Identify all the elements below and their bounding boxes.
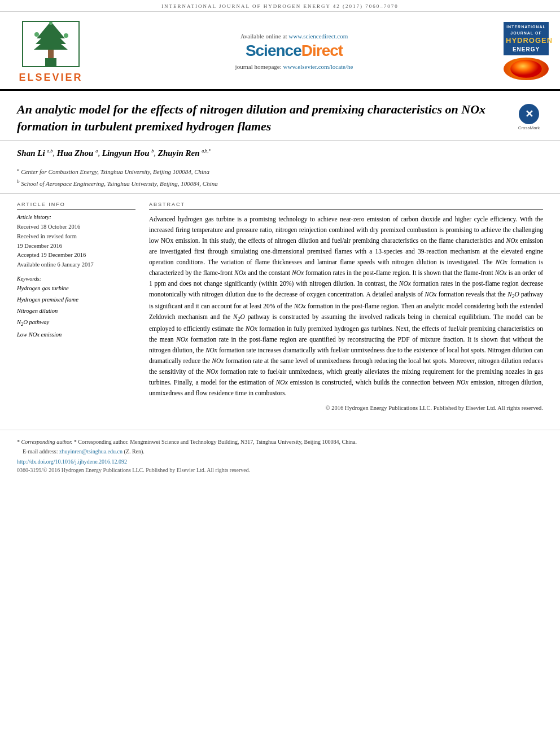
keyword-5: Low NOx emission — [17, 329, 135, 340]
journal-homepage-line: journal homepage: www.elsevier.com/locat… — [102, 63, 487, 70]
keyword-1: Hydrogen gas turbine — [17, 283, 135, 294]
abstract-label: Abstract — [149, 202, 543, 209]
article-title-section: An analytic model for the effects of nit… — [0, 91, 560, 141]
affiliations-section: a Center for Combustion Energy, Tsinghua… — [0, 163, 560, 194]
corresponding-label: Corresponding author. — [21, 439, 73, 445]
available-online-date: Available online 6 January 2017 — [17, 260, 135, 270]
crossmark-icon: ✕ — [519, 104, 539, 124]
authors-section: Shan Li a,b, Hua Zhou a, Lingyun Hou b, … — [0, 141, 560, 163]
accepted-date: Accepted 19 December 2016 — [17, 251, 135, 260]
abstract-paragraph: Advanced hydrogen gas turbine is a promi… — [149, 214, 543, 399]
article-title: An analytic model for the effects of nit… — [17, 101, 515, 134]
author-lingyun-hou: Lingyun Hou — [102, 148, 150, 158]
corresponding-star: * — [17, 439, 21, 445]
elsevier-logo: ELSEVIER — [11, 19, 90, 84]
available-online-text: Available online at www.sciencedirect.co… — [102, 33, 487, 40]
keyword-3: Nitrogen dilution — [17, 305, 135, 317]
elsevier-tree-icon — [20, 19, 82, 69]
journal-citation: International Journal of Hydrogen Energy… — [161, 3, 399, 9]
author-zhuyin-ren: Zhuyin Ren — [158, 148, 200, 158]
keywords-list: Hydrogen gas turbine Hydrogen premixed f… — [17, 283, 135, 340]
affiliation-a: a Center for Combustion Energy, Tsinghua… — [17, 165, 543, 177]
elsevier-brand-text: ELSEVIER — [19, 72, 82, 84]
abstract-column: Abstract Advanced hydrogen gas turbine i… — [149, 202, 543, 413]
affiliation-b: b School of Aerospace Engineering, Tsing… — [17, 177, 543, 189]
svg-point-5 — [34, 32, 39, 37]
center-header: Available online at www.sciencedirect.co… — [90, 33, 498, 70]
sd-url-link[interactable]: www.sciencedirect.com — [288, 33, 348, 40]
journal-header-bar: International Journal of Hydrogen Energy… — [0, 0, 560, 12]
article-history-group: Article history: Received 18 October 201… — [17, 214, 135, 270]
copyright-line: © 2016 Hydrogen Energy Publications LLC.… — [149, 403, 543, 413]
email-suffix: (Z. Ren). — [124, 448, 144, 455]
svg-point-6 — [64, 33, 68, 38]
email-link[interactable]: zhuyinren@tsinghua.edu.cn — [59, 448, 123, 455]
email-line: E-mail address: zhuyinren@tsinghua.edu.c… — [17, 447, 543, 456]
keyword-4: N2O pathway — [17, 317, 135, 329]
author-shan-li: Shan Li — [17, 148, 45, 158]
article-history-title: Article history: — [17, 214, 135, 220]
keyword-2: Hydrogen premixed flame — [17, 294, 135, 305]
keywords-group: Keywords: Hydrogen gas turbine Hydrogen … — [17, 276, 135, 340]
received-date: Received 18 October 2016 — [17, 222, 135, 232]
doi-line: http://dx.doi.org/10.1016/j.ijhydene.201… — [17, 458, 543, 465]
email-label: E-mail address: — [23, 448, 58, 455]
authors-line: Shan Li a,b, Hua Zhou a, Lingyun Hou b, … — [17, 146, 543, 160]
author-hua-zhou: Hua Zhou — [57, 148, 94, 158]
keywords-title: Keywords: — [17, 276, 135, 282]
article-info-label: Article Info — [17, 202, 135, 209]
svg-rect-0 — [45, 58, 56, 67]
issn-line: 0360-3199/© 2016 Hydrogen Energy Publica… — [17, 467, 543, 473]
abstract-text: Advanced hydrogen gas turbine is a promi… — [149, 214, 543, 413]
received-revised-date: 19 December 2016 — [17, 242, 135, 251]
footer-section: * Corresponding author. * Corresponding … — [0, 430, 560, 479]
doi-link[interactable]: http://dx.doi.org/10.1016/j.ijhydene.201… — [17, 458, 127, 465]
two-col-section: Article Info Article history: Received 1… — [0, 194, 560, 424]
sciencedirect-logo: ScienceDirect — [102, 42, 487, 60]
journal-homepage-link[interactable]: www.elsevier.com/locate/he — [283, 63, 353, 70]
crossmark-badge: ✕ CrossMark — [515, 104, 543, 130]
journal-homepage-label: journal homepage: — [235, 63, 282, 70]
journal-logo: INTERNATIONAL JOURNAL OF HYDROGEN ENERGY — [498, 22, 549, 80]
corresponding-address: * Corresponding author. Mengminwei Scien… — [74, 439, 357, 445]
journal-logo-box: INTERNATIONAL JOURNAL OF HYDROGEN ENERGY — [504, 22, 549, 55]
corresponding-author-note: * Corresponding author. * Corresponding … — [17, 437, 543, 447]
received-revised-label: Received in revised form — [17, 232, 135, 242]
journal-logo-sphere-icon — [504, 58, 549, 80]
journal-header: ELSEVIER Available online at www.science… — [0, 12, 560, 91]
article-info-column: Article Info Article history: Received 1… — [17, 202, 135, 413]
crossmark-label: CrossMark — [518, 125, 540, 130]
